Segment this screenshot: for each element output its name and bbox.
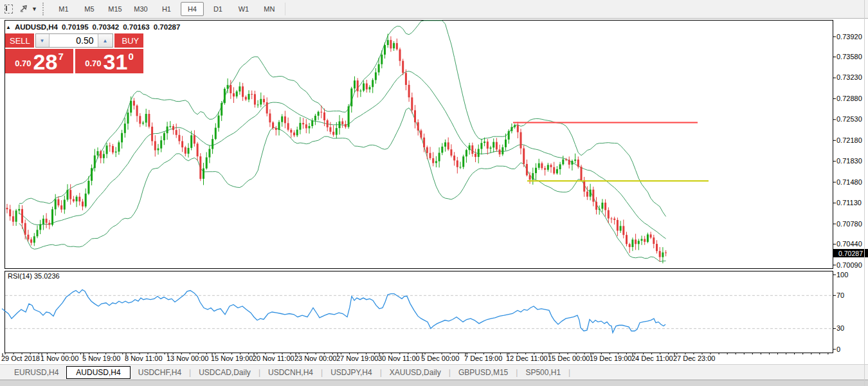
tab-eurusd-h4[interactable]: EURUSD,H4 [6, 366, 66, 379]
tab-usdchf-h4[interactable]: USDCHF,H4 [131, 366, 189, 379]
sell-price-prefix: 0.70 [15, 59, 31, 68]
sell-price-sup: 7 [58, 51, 63, 62]
buy-price-big: 31 [104, 52, 128, 71]
volume-increase-button[interactable]: ▲ [98, 34, 113, 47]
buy-price-prefix: 0.70 [85, 59, 101, 68]
time-axis-label: 1 Nov 00:00 [41, 354, 78, 362]
tab-xauusd-daily[interactable]: XAUUSD,Daily [382, 366, 449, 379]
chart-tabbar: EURUSD,H4AUDUSD,H4USDCHF,H4|USDCAD,Daily… [0, 364, 868, 380]
volume-control: ▼ 0.50 ▲ [35, 33, 113, 48]
sell-price-big: 28 [33, 52, 58, 71]
buy-price-sup: 0 [128, 51, 133, 62]
tab-separator: | [568, 368, 570, 377]
tab-usdcad-daily[interactable]: USDCAD,Daily [191, 366, 258, 379]
time-axis-label: 20 Nov 11:00 [253, 354, 294, 362]
volume-input[interactable]: 0.50 [50, 34, 98, 47]
rsi-indicator-label: RSI(14) 35.0236 [8, 272, 60, 280]
price-axis-label: 0.71830 [836, 157, 862, 165]
one-click-trading-panel: SELL ▼ 0.50 ▲ BUY 0.70 28 7 0.70 31 0 [5, 33, 143, 73]
tab-usdjpy-h4[interactable]: USDJPY,H4 [323, 366, 379, 379]
rsi-axis-label: 70 [836, 291, 844, 299]
buy-button[interactable]: BUY [114, 33, 144, 48]
buy-price-box[interactable]: 0.70 31 0 [75, 49, 143, 73]
mt4-window: ▼ M1M5M15M30H1H4D1W1MN ▲ AUDUSD,H4 0.701… [0, 0, 868, 386]
volume-decrease-button[interactable]: ▼ [36, 34, 50, 47]
tab-sp500-h1[interactable]: SP500,H1 [518, 366, 568, 379]
ohlc-open: 0.70195 [62, 23, 89, 31]
panel-collapse-arrow[interactable]: ▲ [6, 24, 11, 30]
sell-button[interactable]: SELL [5, 33, 34, 48]
rsi-axis-label: 100 [836, 271, 848, 279]
window-right-border [864, 0, 865, 386]
time-axis-label: 7 Dec 19:00 [464, 354, 502, 362]
time-axis-label: 24 Dec 11:00 [631, 354, 673, 362]
price-axis-label: 0.73230 [836, 73, 862, 81]
rsi-pane[interactable] [5, 271, 833, 353]
time-axis-label: 8 Nov 11:00 [125, 354, 163, 362]
price-axis-label: 0.71480 [836, 178, 862, 186]
time-axis-label: 19 Dec 19:00 [590, 354, 631, 362]
current-price-tag: 0.70287 [833, 249, 868, 257]
time-axis-label: 15 Nov 19:00 [211, 354, 253, 362]
tab-audusd-h4[interactable]: AUDUSD,H4 [66, 366, 130, 379]
tab-usdcnh-h4[interactable]: USDCNH,H4 [260, 366, 321, 379]
chart-symbol: AUDUSD,H4 [15, 23, 58, 31]
price-axis-label: 0.72880 [836, 95, 862, 102]
ohlc-high: 0.70342 [93, 23, 120, 31]
price-axis-label: 0.73580 [836, 53, 862, 60]
rsi-axis-label: 30 [836, 324, 844, 332]
price-axis-label: 0.71130 [836, 199, 862, 207]
time-axis-label: 27 Nov 19:00 [336, 354, 378, 362]
price-axis-label: 0.70440 [836, 240, 862, 248]
price-axis-label: 0.72180 [836, 136, 862, 144]
chart-title: ▲ AUDUSD,H4 0.70195 0.70342 0.70163 0.70… [6, 23, 180, 31]
price-axis-label: 0.70090 [836, 261, 862, 269]
tab-gbpusd-m15[interactable]: GBPUSD,M15 [451, 366, 516, 379]
time-axis-label: 30 Nov 11:00 [378, 354, 420, 362]
price-axis-label: 0.70780 [836, 220, 862, 228]
ohlc-low: 0.70163 [123, 23, 150, 31]
time-axis-label: 12 Dec 11:00 [506, 354, 548, 362]
sell-price-box[interactable]: 0.70 28 7 [5, 49, 73, 73]
time-axis-label: 5 Nov 19:00 [82, 354, 120, 362]
time-axis-label: 13 Nov 00:00 [167, 354, 208, 362]
time-axis-label: 15 Dec 00:00 [548, 354, 590, 362]
time-axis-label: 29 Oct 2018 [1, 354, 40, 362]
ohlc-close: 0.70287 [154, 23, 181, 31]
status-bar [0, 380, 868, 386]
time-axis-label: 5 Dec 00:00 [421, 354, 459, 362]
rsi-axis-label: 0 [836, 345, 840, 353]
price-axis-label: 0.73920 [836, 33, 862, 41]
time-axis-label: 27 Dec 23:00 [673, 354, 715, 362]
price-axis-label: 0.72530 [836, 115, 862, 123]
time-axis-label: 23 Nov 00:00 [294, 354, 336, 362]
